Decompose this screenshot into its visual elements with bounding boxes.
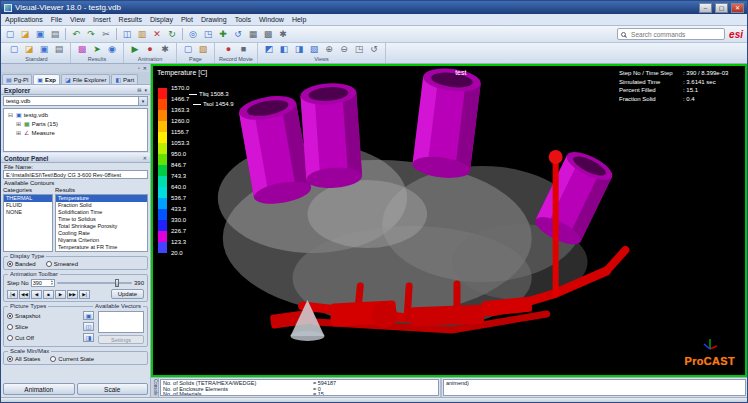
menu-item-window[interactable]: Window <box>255 16 288 23</box>
result-item[interactable]: Cooling Rate <box>56 230 147 237</box>
iso-view-icon[interactable]: ◩ <box>262 43 276 56</box>
viewport-3d[interactable]: Temperature [C] 1570.01466.71363.31260.0… <box>151 64 747 377</box>
chevron-down-icon[interactable]: ▾ <box>138 97 147 105</box>
scale-all-states[interactable]: All States <box>7 356 40 362</box>
result-item[interactable]: Temperature <box>56 195 147 202</box>
save-file-icon[interactable]: ▣ <box>33 28 47 41</box>
fit-view-icon[interactable]: ◳ <box>352 43 366 56</box>
display-type-banded[interactable]: Banded <box>7 261 36 267</box>
tab-pg-pl[interactable]: ▤Pg-Pl <box>2 74 32 84</box>
first-frame-button[interactable]: |◀ <box>7 290 18 299</box>
front-view-icon[interactable]: ◧ <box>277 43 291 56</box>
step-back-button[interactable]: ◀ <box>31 290 42 299</box>
result-item[interactable]: Fraction Solid <box>56 202 147 209</box>
stop-button[interactable]: ■ <box>43 290 54 299</box>
tab-part[interactable]: ◧Part <box>111 74 138 84</box>
options-icon[interactable]: ✱ <box>276 28 290 41</box>
expander-icon[interactable]: ⊟ <box>7 111 14 118</box>
result-item[interactable]: Temperature at FR Time <box>56 244 147 251</box>
dock-close-icon[interactable]: ✕ <box>143 65 147 71</box>
top-view-icon[interactable]: ▧ <box>307 43 321 56</box>
zoom-fit-icon[interactable]: ◳ <box>201 28 215 41</box>
contour-icon[interactable]: ▩ <box>75 43 89 56</box>
tree-item-testg-vdb[interactable]: ⊟▣testg.vdb <box>5 110 146 119</box>
contour-close-icon[interactable]: ✕ <box>143 155 147 161</box>
category-item[interactable]: NONE <box>4 209 52 216</box>
new-file-icon[interactable]: ▢ <box>3 28 17 41</box>
snapshot-options-button[interactable]: ▣ <box>83 311 94 320</box>
tree-item-parts-15[interactable]: ⊞▦Parts (15) <box>5 119 146 128</box>
select-icon[interactable]: ◎ <box>186 28 200 41</box>
slider-thumb[interactable] <box>115 279 119 287</box>
minimize-button[interactable]: – <box>699 3 712 13</box>
menu-item-insert[interactable]: Insert <box>89 16 115 23</box>
display-type-smeared[interactable]: Smeared <box>46 261 78 267</box>
animation-settings-icon[interactable]: ✱ <box>158 43 172 56</box>
model-canvas[interactable] <box>153 66 745 375</box>
picture-type-snapshot[interactable]: Snapshot▣ <box>7 311 94 320</box>
available-vectors-list[interactable] <box>98 311 144 333</box>
console-tab[interactable]: Console <box>151 378 159 397</box>
play-animation-icon[interactable]: ▶ <box>128 43 142 56</box>
scale-button[interactable]: Scale <box>77 383 149 395</box>
wireframe-icon[interactable]: ▦ <box>246 28 260 41</box>
shaded-icon[interactable]: ▩ <box>261 28 275 41</box>
scale-current-state[interactable]: Current State <box>50 356 94 362</box>
paste-icon[interactable]: ▥ <box>135 28 149 41</box>
category-item[interactable]: FLUID <box>4 202 52 209</box>
menu-item-drawing[interactable]: Drawing <box>197 16 231 23</box>
console-output[interactable]: No. of Solids (TETRA/HEXA/WEDGE)= 594187… <box>160 379 439 396</box>
menu-item-tools[interactable]: Tools <box>231 16 255 23</box>
rotate-icon[interactable]: ↺ <box>231 28 245 41</box>
menu-item-file[interactable]: File <box>47 16 66 23</box>
menu-item-help[interactable]: Help <box>288 16 310 23</box>
tab-exp[interactable]: ▣Exp <box>33 74 60 84</box>
picture-type-cut-off[interactable]: Cut Off◨ <box>7 333 94 342</box>
pan-icon[interactable]: ✚ <box>216 28 230 41</box>
menu-item-view[interactable]: View <box>66 16 89 23</box>
undo-icon[interactable]: ↶ <box>69 28 83 41</box>
model-combobox[interactable]: testg.vdb ▾ <box>3 96 148 106</box>
standard-open-icon[interactable]: ◪ <box>22 43 36 56</box>
fast-rewind-button[interactable]: ◀◀ <box>19 290 30 299</box>
rotate-view-icon[interactable]: ↺ <box>367 43 381 56</box>
fast-forward-button[interactable]: ▶▶ <box>67 290 78 299</box>
result-item[interactable]: Time to Solidus <box>56 216 147 223</box>
standard-new-icon[interactable]: ▢ <box>7 43 21 56</box>
print-icon[interactable]: ▤ <box>48 28 62 41</box>
update-button[interactable]: Update <box>111 289 144 299</box>
zoom-in-icon[interactable]: ⊕ <box>322 43 336 56</box>
standard-save-icon[interactable]: ▣ <box>37 43 51 56</box>
step-forward-button[interactable]: ▶ <box>55 290 66 299</box>
frame-slider[interactable] <box>57 279 132 287</box>
file-name-field[interactable]: E:\Installs\ESI\Test\Body CG 3-600 Rev-0… <box>3 170 148 179</box>
last-frame-button[interactable]: ▶| <box>79 290 90 299</box>
tree-item-measure[interactable]: ⊞∠Measure <box>5 128 146 137</box>
record-movie-icon[interactable]: ● <box>221 43 235 56</box>
expander-icon[interactable]: ⊞ <box>15 120 22 127</box>
new-page-icon[interactable]: ▢ <box>181 43 195 56</box>
menu-item-results[interactable]: Results <box>115 16 146 23</box>
explorer-menu-icon[interactable]: ▾ <box>144 87 147 93</box>
load-results-icon[interactable]: ◉ <box>105 43 119 56</box>
slice-options-button[interactable]: ◫ <box>83 322 94 331</box>
maximize-button[interactable]: ▢ <box>715 3 728 13</box>
expander-icon[interactable]: ⊞ <box>15 129 22 136</box>
picture-type-slice[interactable]: Slice◫ <box>7 322 94 331</box>
dock-float-icon[interactable]: ▫ <box>138 65 140 71</box>
side-view-icon[interactable]: ◨ <box>292 43 306 56</box>
spinner-arrows-icon[interactable]: ▴ ▾ <box>51 280 53 286</box>
category-item[interactable]: THERMAL <box>4 195 52 202</box>
standard-print-icon[interactable]: ▤ <box>52 43 66 56</box>
menu-item-display[interactable]: Display <box>146 16 177 23</box>
menu-item-plot[interactable]: Plot <box>177 16 197 23</box>
zoom-out-icon[interactable]: ⊖ <box>337 43 351 56</box>
cut-off-options-button[interactable]: ◨ <box>83 333 94 342</box>
stop-movie-icon[interactable]: ■ <box>236 43 250 56</box>
explorer-collapse-icon[interactable]: ⊟ <box>137 87 141 93</box>
result-item[interactable]: Solidification Time <box>56 209 147 216</box>
step-number-input[interactable]: 390 ▴ ▾ <box>31 279 55 287</box>
delete-icon[interactable]: ✕ <box>150 28 164 41</box>
animation-button[interactable]: Animation <box>3 383 75 395</box>
result-item[interactable]: Niyama Criterion <box>56 237 147 244</box>
